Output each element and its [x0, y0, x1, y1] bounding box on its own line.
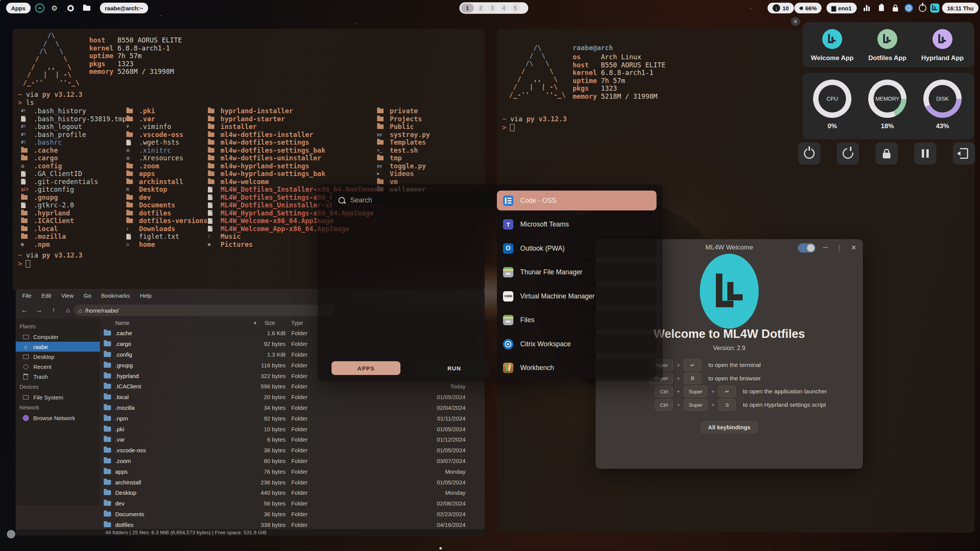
- search-input[interactable]: Search: [332, 191, 494, 209]
- launcher-app-label: Workbench: [520, 364, 554, 372]
- logout-button[interactable]: [953, 142, 975, 165]
- sidebar-item-trash[interactable]: Trash: [16, 372, 100, 381]
- sidebar-item-recent[interactable]: Recent: [16, 362, 100, 372]
- clock-pill[interactable]: 16:11 Thu: [942, 3, 978, 13]
- all-keybindings-button[interactable]: All keybindings: [701, 421, 758, 434]
- launcher-app-files[interactable]: Files: [497, 310, 657, 330]
- path-bar[interactable]: ⌂/home/raabe/: [74, 305, 334, 316]
- sidebar-item-file-system[interactable]: File System: [16, 392, 100, 402]
- settings-gear-icon[interactable]: ⚙: [50, 3, 59, 13]
- network-pill[interactable]: ▆eno1: [826, 3, 857, 13]
- column-name[interactable]: Name: [115, 320, 129, 326]
- sidebar-item-computer[interactable]: Computer: [16, 332, 100, 342]
- cell-size: 36 bytes: [215, 511, 286, 517]
- git-icon: git: [21, 186, 30, 192]
- screenlock-icon[interactable]: [891, 3, 900, 13]
- home-icon: ⌂: [23, 344, 29, 350]
- menu-view[interactable]: View: [58, 291, 77, 300]
- menu-bookmarks[interactable]: Bookmarks: [98, 291, 133, 300]
- table-row[interactable]: apps76 bytesFolderMonday: [100, 466, 485, 477]
- workbench-icon: [503, 363, 513, 373]
- tab-run[interactable]: RUN: [418, 361, 491, 375]
- table-row[interactable]: dotfiles338 bytesFolder04/16/2024: [100, 519, 485, 529]
- gauge-value: 18%: [868, 122, 906, 130]
- menu-kebab-icon[interactable]: ⋮: [834, 242, 844, 253]
- file-manager-icon[interactable]: [82, 3, 91, 13]
- lock-button[interactable]: [875, 142, 898, 165]
- cell-name: .gnupg: [115, 362, 133, 368]
- forward-button[interactable]: →: [33, 305, 45, 316]
- dotfiles-app-icon[interactable]: [877, 29, 897, 49]
- workspace-4[interactable]: 4: [499, 3, 508, 13]
- column-size[interactable]: Size: [265, 320, 275, 326]
- ai-assistant-icon[interactable]: AI: [35, 3, 44, 13]
- launcher-app-vmm[interactable]: VMMVirtual Machine Manager: [497, 286, 657, 306]
- launcher-app-workbench[interactable]: Workbench: [497, 358, 657, 378]
- table-row[interactable]: .ICAClient596 bytesFolderToday: [100, 381, 485, 392]
- launcher-app-teams[interactable]: TMicrosoft Teams: [497, 215, 657, 235]
- cell-name: dev: [115, 500, 124, 507]
- table-row[interactable]: .pki10 bytesFolder01/05/2024: [100, 424, 485, 434]
- citrix-tray-icon[interactable]: [904, 3, 913, 13]
- panel-close-icon[interactable]: ✕: [791, 17, 800, 26]
- thunar-sidebar: PlacesComputer⌂raabeDesktopRecentTrashDe…: [16, 319, 100, 505]
- hyprland-app-icon[interactable]: [933, 29, 952, 49]
- launcher-app-citrix[interactable]: Citrix Workspace: [497, 334, 657, 354]
- cell-type: Folder: [291, 351, 308, 358]
- tab-apps[interactable]: APPS: [332, 361, 400, 375]
- ls-item: #!.bash_logout: [21, 123, 82, 131]
- home-button[interactable]: ⌂: [62, 305, 74, 316]
- table-row[interactable]: Desktop440 bytesFolderMonday: [100, 487, 485, 498]
- launcher-app-code[interactable]: Code - OSS: [497, 191, 657, 210]
- cell-date: 01/05/2024: [364, 447, 466, 453]
- chromium-icon[interactable]: [66, 3, 75, 13]
- cell-name: .npm: [115, 415, 128, 422]
- folder-icon: [208, 108, 217, 114]
- table-row[interactable]: .zoom80 bytesFolder03/07/2024: [100, 456, 485, 466]
- cell-size: 1.6 KiB: [215, 330, 286, 336]
- power-tray-icon[interactable]: [918, 3, 927, 13]
- table-row[interactable]: Documents36 bytesFolder02/23/2024: [100, 509, 485, 520]
- updates-pill[interactable]: ↓10: [768, 3, 794, 13]
- menu-go[interactable]: Go: [80, 291, 95, 300]
- table-row[interactable]: archinstall236 bytesFolder01/05/2024: [100, 477, 485, 487]
- sidebar-item-browse-network[interactable]: Browse Network: [16, 413, 100, 423]
- column-type[interactable]: Type: [291, 320, 303, 326]
- theme-toggle[interactable]: [798, 243, 815, 253]
- ml4w-tray-icon[interactable]: [930, 3, 939, 13]
- workspace-2[interactable]: 2: [476, 3, 485, 13]
- minimize-button[interactable]: ─: [820, 242, 831, 253]
- sidebar-item-desktop[interactable]: Desktop: [16, 352, 100, 362]
- back-button[interactable]: ←: [19, 305, 30, 316]
- table-row[interactable]: .vscode-oss38 bytesFolder01/05/2024: [100, 445, 485, 456]
- workspace-5[interactable]: 5: [511, 3, 520, 13]
- ls-item: pytoggle.py: [377, 162, 426, 170]
- table-row[interactable]: .var6 bytesFolder01/12/2024: [100, 434, 485, 445]
- shutdown-button[interactable]: [798, 142, 820, 165]
- table-row[interactable]: .mozilla34 bytesFolder02/04/2024: [100, 403, 485, 413]
- workspace-1[interactable]: 1: [461, 3, 474, 13]
- launcher-app-thunar[interactable]: Thunar File Manager: [497, 262, 657, 282]
- table-row[interactable]: dev56 bytesFolder02/06/2024: [100, 498, 485, 509]
- volume-pill[interactable]: 🔊︎66%: [794, 3, 822, 13]
- suspend-button[interactable]: [914, 142, 936, 165]
- welcome-app-icon[interactable]: [822, 29, 842, 49]
- stats-bars-icon[interactable]: [862, 3, 871, 13]
- workspace-3[interactable]: 3: [488, 3, 497, 13]
- menu-file[interactable]: File: [19, 291, 35, 300]
- ls-item: ml4w-dotfiles-uninstaller: [208, 154, 321, 162]
- menu-edit[interactable]: Edit: [38, 291, 55, 300]
- table-row[interactable]: .local20 bytesFolder01/05/2024: [100, 392, 485, 403]
- launcher-app-outlook[interactable]: OOutlook (PWA): [497, 238, 657, 258]
- folder-icon: [104, 384, 111, 389]
- ls-item: ▶Videos: [377, 170, 414, 178]
- up-button[interactable]: ↑: [48, 305, 59, 316]
- table-row[interactable]: .npm92 bytesFolder01/11/2024: [100, 413, 485, 424]
- close-button[interactable]: ✕: [848, 242, 859, 253]
- active-window-title[interactable]: raabe@arch:~: [100, 3, 148, 13]
- sidebar-item-raabe[interactable]: ⌂raabe: [16, 342, 100, 352]
- reboot-button[interactable]: [837, 142, 859, 165]
- clipboard-icon[interactable]: [877, 3, 886, 13]
- menu-help[interactable]: Help: [136, 291, 155, 300]
- apps-menu-button[interactable]: Apps: [6, 3, 31, 13]
